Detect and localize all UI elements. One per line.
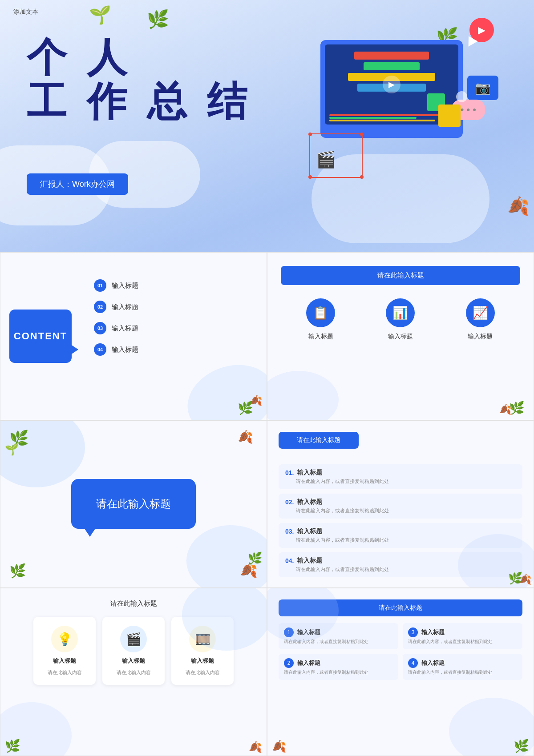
content-bubble[interactable]: CONTENT (9, 310, 72, 363)
clapperboard-icon: 🎬 (316, 150, 336, 169)
blob-deco (178, 353, 267, 420)
quad-desc-2: 请在此输入内容，或者直接复制粘贴到此处 (284, 669, 393, 676)
white-circle-deco (456, 91, 467, 102)
slide5-title-2[interactable]: 输入标题 (297, 498, 322, 506)
quad-desc-3: 请在此输入内容，或者直接复制粘贴到此处 (408, 639, 517, 645)
quad-item-4: 4 输入标题 请在此输入内容，或者直接复制粘贴到此处 (403, 654, 522, 680)
card-2: 🎬 输入标题 请在此输入内容 (102, 617, 165, 685)
blob-deco-s3 (267, 371, 339, 420)
leaf-s6: 🌿 (5, 739, 20, 753)
card-label-1[interactable]: 输入标题 (53, 657, 76, 665)
slide1: 添加文本 个 人 工 作 总 结 汇报人：Work办公网 🌿 🌱 🍂 🌿 ▶ ▶ (0, 0, 534, 252)
card-sublabel-2: 请在此输入内容 (117, 669, 151, 676)
card-icon-1: 💡 (51, 626, 78, 652)
slide5-desc-1: 请在此输入内容，或者直接复制粘贴到此处 (296, 478, 516, 485)
slide5-num-2: 02. (285, 499, 294, 506)
slide5-item-1: 01. 输入标题 请在此输入内容，或者直接复制粘贴到此处 (279, 464, 522, 489)
list-item: 02 输入标题 (94, 301, 253, 313)
icon-circle-1: 📋 (306, 298, 335, 327)
icon-label-1[interactable]: 输入标题 (308, 333, 333, 341)
quad-item-2: 2 输入标题 请在此输入内容，或者直接复制粘贴到此处 (279, 654, 398, 680)
card-label-2[interactable]: 输入标题 (122, 657, 145, 665)
quad-desc-4: 请在此输入内容，或者直接复制粘贴到此处 (408, 669, 517, 676)
item-num-1: 01 (94, 279, 106, 292)
slide4: 🌿 🌱 🍂 🌿 🍂 🌿 请在此输入标题 (0, 420, 267, 588)
card-label-3[interactable]: 输入标题 (191, 657, 214, 665)
item-label-2[interactable]: 输入标题 (112, 303, 138, 311)
slide1-title-line2[interactable]: 工 作 总 结 (27, 80, 251, 124)
item-num-2: 02 (94, 301, 106, 313)
slide5-num-3: 03. (285, 528, 294, 535)
quad-circle-3: 3 (408, 627, 418, 637)
leaf-s7: 🍂 (272, 740, 286, 753)
camera-icon: 📷 (467, 76, 498, 100)
slide6: 请在此输入标题 💡 输入标题 请在此输入内容 🎬 输入标题 请在此输入内容 🎞️… (0, 588, 267, 756)
slides-grid: CONTENT 01 输入标题 02 输入标题 03 输入标题 04 输入标题 … (0, 252, 534, 756)
item-num-3: 03 (94, 322, 106, 334)
quad-header-4: 4 输入标题 (408, 658, 517, 668)
icon-item-1: 📋 输入标题 (306, 298, 335, 341)
leaf-s6b: 🍂 (249, 741, 262, 753)
icon-circle-3: 📈 (466, 298, 495, 327)
slide3: 请在此输入标题 📋 输入标题 📊 输入标题 📈 输入标题 🌿 🍂 (267, 252, 534, 420)
quad-title-4[interactable]: 输入标题 (421, 659, 445, 667)
quad-circle-2: 2 (284, 658, 294, 668)
leaf-deco-s3b: 🍂 (499, 404, 511, 415)
leaf-deco-s3: 🌿 (509, 401, 525, 415)
quad-item-3: 3 输入标题 请在此输入内容，或者直接复制粘贴到此处 (403, 623, 522, 649)
list-item: 04 输入标题 (94, 343, 253, 356)
quad-header-2: 2 输入标题 (284, 658, 393, 668)
slide5-desc-2: 请在此输入内容，或者直接复制粘贴到此处 (296, 507, 516, 514)
selection-handle-tl (308, 133, 312, 136)
selection-handle-tr (360, 133, 364, 136)
selection-handle-bl (308, 175, 312, 179)
icon-circle-2: 📊 (386, 298, 415, 327)
slide5-header[interactable]: 请在此输入标题 (279, 432, 359, 449)
slide5-item-2: 02. 输入标题 请在此输入内容，或者直接复制粘贴到此处 (279, 494, 522, 519)
slide7: 请在此输入标题 1 输入标题 请在此输入内容，或者直接复制粘贴到此处 3 输入标… (267, 588, 534, 756)
slide1-top-text[interactable]: 添加文本 (13, 8, 38, 16)
slide1-title-line1[interactable]: 个 人 (27, 36, 251, 80)
leaf-s4-bl: 🌿 (9, 563, 26, 579)
slide5-item-title-3: 03. 输入标题 (285, 527, 516, 535)
item-num-4: 04 (94, 343, 106, 356)
slide5-title-3[interactable]: 输入标题 (297, 527, 322, 535)
leaf-deco-3: 🍂 (507, 196, 530, 217)
yellow-square-deco (438, 105, 461, 127)
leaf-deco-2: 🌱 (89, 4, 111, 25)
slide3-header[interactable]: 请在此输入标题 (281, 266, 520, 285)
item-label-1[interactable]: 输入标题 (112, 281, 138, 290)
icon-item-2: 📊 输入标题 (386, 298, 415, 341)
quad-header-3: 3 输入标题 (408, 627, 517, 637)
icon-grid: 📋 输入标题 📊 输入标题 📈 输入标题 (281, 298, 520, 341)
item-label-4[interactable]: 输入标题 (112, 346, 138, 354)
monitor-timeline (329, 113, 454, 122)
slide5-title-4[interactable]: 输入标题 (297, 557, 322, 565)
play-button[interactable]: ▶ (383, 76, 400, 93)
slide5-item-title-1: 01. 输入标题 (285, 469, 516, 477)
slide5-title-1[interactable]: 输入标题 (297, 469, 322, 477)
card-sublabel-1: 请在此输入内容 (48, 669, 82, 676)
leaf-s4-tl2: 🌱 (5, 443, 19, 456)
leaf-s4-tr: 🍂 (238, 430, 253, 444)
quad-title-2[interactable]: 输入标题 (297, 659, 320, 667)
list-item: 01 输入标题 (94, 279, 253, 292)
leaf-s4-br2: 🌿 (248, 551, 262, 565)
slide5-item-title-2: 02. 输入标题 (285, 498, 516, 506)
slide5-num-1: 01. (285, 469, 294, 476)
slide1-subtitle[interactable]: 汇报人：Work办公网 (27, 173, 128, 195)
quad-title-3[interactable]: 输入标题 (421, 628, 445, 636)
leaf-s7b: 🌿 (514, 739, 529, 753)
icon-item-3: 📈 输入标题 (466, 298, 495, 341)
slide4-title-bubble[interactable]: 请在此输入标题 (71, 479, 196, 529)
selection-handle-br (360, 175, 364, 179)
icon-label-2[interactable]: 输入标题 (388, 333, 413, 341)
slide2: CONTENT 01 输入标题 02 输入标题 03 输入标题 04 输入标题 … (0, 252, 267, 420)
content-list: 01 输入标题 02 输入标题 03 输入标题 04 输入标题 (94, 279, 253, 356)
leaf-deco-s2b: 🍂 (250, 395, 262, 406)
list-item: 03 输入标题 (94, 322, 253, 334)
leaf-deco-1: 🌿 (147, 9, 169, 30)
icon-label-3[interactable]: 输入标题 (468, 333, 493, 341)
item-label-3[interactable]: 输入标题 (112, 324, 138, 333)
slide1-title-block: 个 人 工 作 总 结 (27, 36, 251, 124)
